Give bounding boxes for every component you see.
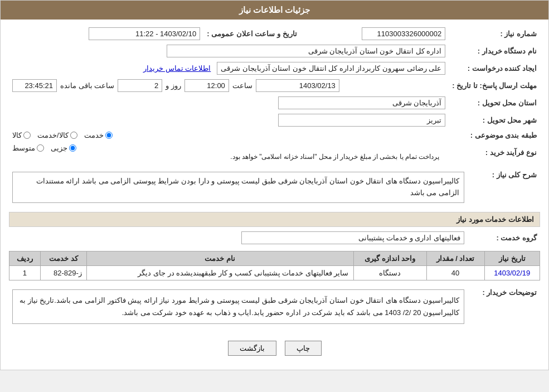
ijad-input: علی رضائی سهرون کاربرداز اداره کل انتقال… bbox=[217, 62, 445, 75]
services-table-header: تاریخ نیاز تعداد / مقدار واحد اندازه گیر… bbox=[9, 251, 540, 265]
col-radif: ردیف bbox=[9, 251, 41, 265]
sharh-value: کالیبراسیون دستگاه های انتقال خون استان … bbox=[9, 167, 468, 207]
rooz-value: 2 bbox=[118, 79, 162, 92]
mohlat-inputs: 23:45:21 ساعت باقی مانده 2 روز و 12:00 س… bbox=[12, 79, 445, 92]
tawzeehat-table: توضیحات خریدار : کالیبراسیون دستگاه های … bbox=[9, 285, 540, 331]
radio-jozyi-item[interactable]: جزیی bbox=[51, 144, 76, 152]
cell-tarikh: 1403/02/19 bbox=[484, 265, 540, 280]
chap-button[interactable]: چاپ bbox=[285, 341, 322, 356]
radio-jozyi-input[interactable] bbox=[69, 144, 76, 152]
info-table: شماره نیاز : 1103003326000002 تاریخ و سا… bbox=[9, 25, 540, 163]
farayand-description: پرداخت تمام یا بخشی از مبلغ خریدار از مح… bbox=[230, 153, 439, 161]
col-tedad: تعداد / مقدار bbox=[426, 251, 484, 265]
buttons-row: چاپ بازگشت bbox=[9, 335, 540, 364]
tawzeehat-label: توضیحات خریدار : bbox=[468, 285, 540, 331]
tawzeehat-box: کالیبراسیون دستگاه های انتقال خون استان … bbox=[12, 289, 464, 324]
ostan-input: آذربایجان شرقی bbox=[278, 96, 445, 109]
radio-motavasset-input[interactable] bbox=[37, 144, 44, 152]
mohlat-value: 23:45:21 ساعت باقی مانده 2 روز و 12:00 س… bbox=[9, 77, 449, 94]
cell-kod: ز-829-82 bbox=[40, 265, 86, 280]
page-wrapper: جزئیات اطلاعات نیاز شماره نیاز : 1103003… bbox=[0, 0, 549, 370]
khadamat-section-title: اطلاعات خدمات مورد نیاز bbox=[9, 212, 540, 227]
row-ijad: ایجاد کننده درخواست : علی رضائی سهرون کا… bbox=[9, 60, 540, 77]
row-dastgah: نام دستگاه خریدار : اداره کل انتقال خون … bbox=[9, 42, 540, 60]
farayand-value: متوسط جزیی پرداخت تمام یا بخشی از مبلغ خ… bbox=[9, 142, 449, 163]
row-shomara: شماره نیاز : 1103003326000002 تاریخ و سا… bbox=[9, 25, 540, 42]
cell-tedad: 40 bbox=[426, 265, 484, 280]
tarikh-input: 1403/02/10 - 11:22 bbox=[89, 27, 200, 40]
tarikh-label: تاریخ و ساعت اعلان عمومی : bbox=[203, 25, 300, 42]
radio-kala-khidmat-input[interactable] bbox=[70, 132, 77, 139]
sharh-box: کالیبراسیون دستگاه های انتقال خون استان … bbox=[12, 172, 464, 203]
row-shahr: شهر محل تحویل : تبریز bbox=[9, 112, 540, 129]
cell-vahed: دستگاه bbox=[353, 265, 426, 280]
tarikh-value: 1403/02/10 - 11:22 bbox=[9, 25, 203, 42]
ostan-label: استان محل تحویل : bbox=[449, 94, 540, 112]
tabaqe-radios: کالا کالا/خدمت خدمت bbox=[12, 131, 445, 139]
cell-nam: سایر فعالیتهای خدمات پشتیبانی کسب و کار … bbox=[86, 265, 353, 280]
saat-label: ساعت bbox=[232, 81, 252, 90]
tarikh-mohlat-value: 1403/02/13 bbox=[256, 79, 339, 92]
ostan-value: آذربایجان شرقی bbox=[9, 94, 449, 112]
radio-kala-khidmat-label: کالا/خدمت bbox=[37, 131, 69, 139]
farayand-radios: متوسط جزیی bbox=[12, 144, 445, 152]
saat-value: 12:00 bbox=[184, 79, 229, 92]
goroh-table: گروه خدمت : فعالیتهای اداری و خدمات پشتی… bbox=[9, 229, 540, 246]
services-table-body: 1403/02/19 40 دستگاه سایر فعالیتهای خدما… bbox=[9, 265, 540, 280]
radio-khidmat-item[interactable]: خدمت bbox=[84, 131, 113, 139]
dastgah-value: اداره کل انتقال خون استان آذربایجان شرقی bbox=[9, 42, 449, 60]
radio-khidmat-label: خدمت bbox=[84, 131, 104, 139]
services-header-row: تاریخ نیاز تعداد / مقدار واحد اندازه گیر… bbox=[9, 251, 540, 265]
tabaqe-value: کالا کالا/خدمت خدمت bbox=[9, 129, 449, 142]
tabaqe-label: طبقه بندی موضوعی : bbox=[449, 129, 540, 142]
col-tarikh: تاریخ نیاز bbox=[484, 251, 540, 265]
page-title: جزئیات اطلاعات نیاز bbox=[239, 5, 310, 14]
shomara-value: 1103003326000002 bbox=[300, 25, 449, 42]
row-tawzeehat: توضیحات خریدار : کالیبراسیون دستگاه های … bbox=[9, 285, 540, 331]
cell-radif: 1 bbox=[9, 265, 41, 280]
services-table: تاریخ نیاز تعداد / مقدار واحد اندازه گیر… bbox=[9, 251, 540, 280]
saaat-baghi-value: 23:45:21 bbox=[12, 79, 57, 92]
page-header: جزئیات اطلاعات نیاز bbox=[1, 1, 548, 20]
goroh-value: فعالیتهای اداری و خدمات پشتیبانی bbox=[9, 229, 468, 246]
goroh-input: فعالیتهای اداری و خدمات پشتیبانی bbox=[241, 231, 464, 244]
radio-kala-label: کالا bbox=[12, 131, 22, 139]
row-farayand: نوع فرآیند خرید : متوسط جزیی پرداخت bbox=[9, 142, 540, 163]
table-row: 1403/02/19 40 دستگاه سایر فعالیتهای خدما… bbox=[9, 265, 540, 280]
sharh-table: شرح کلی نیاز : کالیبراسیون دستگاه های ان… bbox=[9, 167, 540, 207]
shomara-label: شماره نیاز : bbox=[449, 25, 540, 42]
dastgah-label: نام دستگاه خریدار : bbox=[449, 42, 540, 60]
ijad-value: علی رضائی سهرون کاربرداز اداره کل انتقال… bbox=[9, 60, 449, 77]
ijad-label: ایجاد کننده درخواست : bbox=[449, 60, 540, 77]
rooz-label: روز و bbox=[166, 81, 181, 90]
radio-kala-khidmat-item[interactable]: کالا/خدمت bbox=[37, 131, 77, 139]
col-vahed: واحد اندازه گیری bbox=[353, 251, 426, 265]
col-nam: نام خدمت bbox=[86, 251, 353, 265]
dastgah-input: اداره کل انتقال خون استان آذربایجان شرقی bbox=[167, 45, 445, 57]
farayand-label: نوع فرآیند خرید : bbox=[449, 142, 540, 163]
row-sharh: شرح کلی نیاز : کالیبراسیون دستگاه های ان… bbox=[9, 167, 540, 207]
tawzeehat-value: کالیبراسیون دستگاه های انتقال خون استان … bbox=[9, 285, 468, 331]
shomara-input: 1103003326000002 bbox=[362, 27, 445, 40]
row-tabaqe: طبقه بندی موضوعی : کالا کالا/خدمت خدمت bbox=[9, 129, 540, 142]
radio-kala-input[interactable] bbox=[23, 132, 31, 139]
radio-motavasset-item[interactable]: متوسط bbox=[12, 144, 44, 152]
shahr-input: تبریز bbox=[278, 114, 445, 127]
radio-kala-item[interactable]: کالا bbox=[12, 131, 31, 139]
row-mohlat: مهلت ارسال پاسخ: تا تاریخ : 23:45:21 ساع… bbox=[9, 77, 540, 94]
sharh-label: شرح کلی نیاز : bbox=[468, 167, 540, 207]
radio-jozyi-label: جزیی bbox=[51, 144, 67, 152]
etelaat-tamas-link[interactable]: اطلاعات تماس خریدار bbox=[143, 64, 211, 72]
radio-motavasset-label: متوسط bbox=[12, 144, 35, 152]
shahr-label: شهر محل تحویل : bbox=[449, 112, 540, 129]
row-ostan: استان محل تحویل : آذربایجان شرقی bbox=[9, 94, 540, 112]
radio-khidmat-input[interactable] bbox=[105, 132, 113, 139]
saaat-baghi-label: ساعت باقی مانده bbox=[60, 81, 114, 90]
row-goroh: گروه خدمت : فعالیتهای اداری و خدمات پشتی… bbox=[9, 229, 540, 246]
goroh-label: گروه خدمت : bbox=[468, 229, 540, 246]
mohlat-label: مهلت ارسال پاسخ: تا تاریخ : bbox=[449, 77, 540, 94]
col-kod: کد خدمت bbox=[40, 251, 86, 265]
bazgasht-button[interactable]: بازگشت bbox=[228, 341, 276, 356]
main-content: شماره نیاز : 1103003326000002 تاریخ و سا… bbox=[1, 20, 548, 370]
shahr-value: تبریز bbox=[9, 112, 449, 129]
